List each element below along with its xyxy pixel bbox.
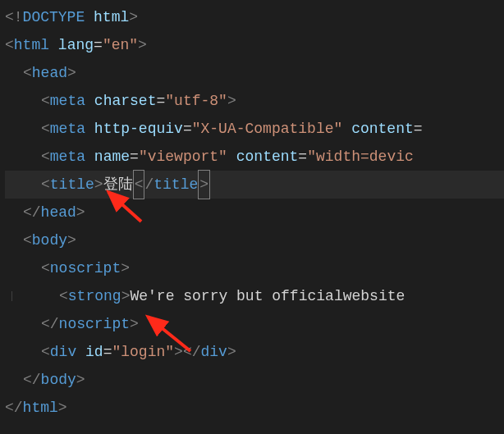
- code-line: <strong>We're sorry but officialwebsite: [5, 282, 504, 310]
- punct: >: [67, 226, 76, 254]
- punct: /: [144, 171, 153, 199]
- tag-name: title: [153, 171, 198, 199]
- eq: =: [414, 115, 423, 143]
- val: "viewport": [139, 143, 227, 171]
- val: "X-UA-Compatible": [192, 115, 343, 143]
- code-line: </noscript>: [5, 310, 504, 338]
- punct: <: [5, 31, 14, 59]
- code-line: <body>: [5, 226, 504, 254]
- punct: <!: [5, 3, 23, 31]
- punct: >: [138, 31, 147, 59]
- code-line: <noscript>: [5, 254, 504, 282]
- attr: id: [85, 338, 103, 366]
- code-line: <div id="login"></div>: [5, 338, 504, 366]
- tag-name: body: [41, 366, 76, 394]
- tag-name: head: [41, 199, 76, 226]
- code-line: </head>: [5, 199, 504, 226]
- tag-name: meta: [50, 143, 85, 171]
- val: "login": [112, 338, 174, 366]
- punct: >: [174, 338, 183, 366]
- punct: <: [41, 254, 50, 282]
- tag-name: meta: [50, 115, 85, 143]
- punct: <: [23, 59, 32, 87]
- eq: =: [130, 143, 139, 171]
- attr: http-equiv: [94, 115, 183, 143]
- attr: html: [94, 3, 129, 31]
- tag-name: DOCTYPE: [23, 3, 85, 31]
- punct: </: [23, 366, 41, 394]
- code-line: <!DOCTYPE html>: [5, 3, 504, 31]
- code-line: <meta name="viewport" content="width=dev…: [5, 143, 504, 171]
- eq: =: [298, 143, 307, 171]
- tag-name: meta: [50, 87, 85, 115]
- tag-name: head: [32, 59, 67, 87]
- punct: >: [227, 338, 236, 366]
- tag-name: noscript: [59, 310, 130, 338]
- punct: <: [41, 87, 50, 115]
- punct: </: [5, 394, 23, 422]
- val: "en": [103, 31, 138, 59]
- code-line: </html>: [5, 394, 504, 422]
- punct: </: [23, 199, 41, 226]
- code-line: </body>: [5, 366, 504, 394]
- tag-name: div: [201, 338, 227, 366]
- tag-name: html: [14, 31, 49, 59]
- text-content: We're sorry but officialwebsite: [130, 282, 405, 310]
- punct: </: [41, 310, 59, 338]
- punct: >: [129, 3, 138, 31]
- punct: >: [199, 176, 208, 193]
- punct: >: [58, 394, 67, 422]
- punct: </: [183, 338, 201, 366]
- attr: content: [236, 143, 299, 171]
- tag-name: body: [32, 226, 67, 254]
- tag-name: noscript: [50, 254, 121, 282]
- punct: <: [41, 115, 50, 143]
- punct: >: [227, 87, 236, 115]
- punct: >: [121, 282, 131, 310]
- val: "utf-8": [165, 87, 227, 115]
- tag-name: title: [50, 171, 94, 199]
- attr: charset: [94, 87, 157, 115]
- punct: <: [135, 176, 144, 193]
- text-content: 登陆: [103, 171, 133, 199]
- punct: >: [76, 366, 85, 394]
- eq: =: [94, 31, 103, 59]
- punct: >: [67, 59, 76, 87]
- tag-name: html: [23, 394, 58, 422]
- tag-name: strong: [68, 282, 121, 310]
- tag-name: div: [50, 338, 76, 366]
- punct: >: [94, 171, 103, 199]
- attr: lang: [58, 31, 94, 59]
- code-line-active: <title>登陆</title>: [5, 171, 504, 199]
- punct: <: [59, 282, 68, 310]
- eq: =: [183, 115, 192, 143]
- punct: <: [23, 226, 32, 254]
- code-line: <meta http-equiv="X-UA-Compatible" conte…: [5, 115, 504, 143]
- attr: content: [351, 115, 414, 143]
- punct: >: [130, 310, 139, 338]
- punct: <: [41, 338, 50, 366]
- code-editor[interactable]: <!DOCTYPE html> <html lang="en"> <head> …: [0, 0, 504, 422]
- eq: =: [103, 338, 112, 366]
- code-line: <meta charset="utf-8">: [5, 87, 504, 115]
- punct: <: [41, 171, 50, 199]
- eq: =: [156, 87, 165, 115]
- code-line: <html lang="en">: [5, 31, 504, 59]
- val: "width=devic: [307, 143, 414, 171]
- code-line: <head>: [5, 59, 504, 87]
- punct: <: [41, 143, 50, 171]
- punct: >: [76, 199, 85, 226]
- attr: name: [94, 143, 130, 171]
- punct: >: [121, 254, 130, 282]
